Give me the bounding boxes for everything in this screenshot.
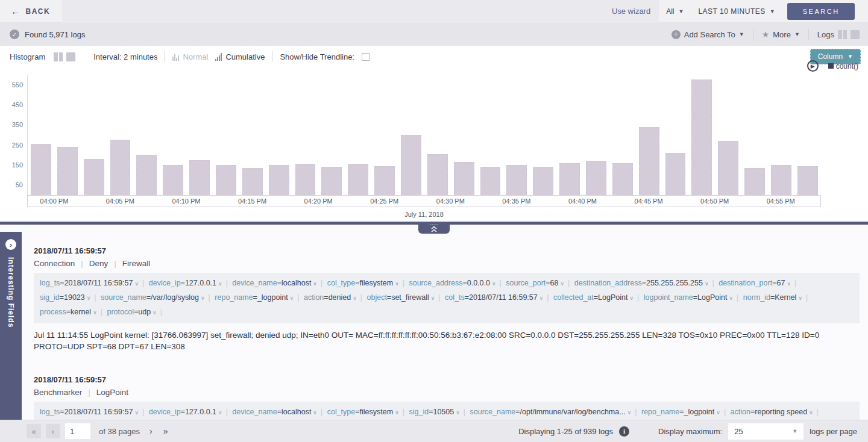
log-field-dropdown[interactable]: logpoint_name=LogPoint∨ [644,293,734,302]
more-dropdown[interactable]: ★ More ▼ [762,30,800,39]
histogram-bar[interactable] [771,165,791,195]
time-range-dropdown[interactable]: LAST 10 MINUTES ▼ [691,7,782,16]
log-tag[interactable]: LogPoint [96,388,128,397]
histogram-bar[interactable] [269,165,289,195]
back-button[interactable]: ← BACK [0,6,62,16]
histogram-bar[interactable] [427,154,448,195]
first-page-button[interactable]: « [27,424,41,438]
divider [165,51,165,62]
histogram-bar[interactable] [506,165,527,195]
search-button[interactable]: SEARCH [787,3,855,20]
search-query-input[interactable]: Use wizard [62,0,659,23]
trendline-checkbox[interactable] [362,53,370,61]
log-field-dropdown[interactable]: source_address=0.0.0.0∨ [409,279,497,287]
histogram-bar[interactable] [110,140,131,195]
log-field-dropdown[interactable]: repo_name=_logpoint∨ [215,293,295,302]
log-field-dropdown[interactable]: collected_at=LogPoint∨ [553,293,635,302]
log-raw-message[interactable]: Jul 11 11:14:55 LogPoint kernel: [31766.… [34,329,860,352]
chevron-down-icon: ∨ [785,281,792,287]
histogram-bar[interactable] [691,79,712,195]
log-field-dropdown[interactable]: device_ip=127.0.0.1∨ [149,408,224,416]
histogram-bar[interactable] [401,135,421,195]
log-tag[interactable]: Connection [34,259,75,268]
histogram-bar[interactable] [136,155,157,195]
interesting-fields-sidebar[interactable]: › Interesting Fields [0,232,22,420]
histogram-bar[interactable] [454,162,474,195]
histogram-bar[interactable] [612,163,633,195]
field-separator: | [804,293,810,302]
histogram-bar[interactable] [348,164,368,195]
search-scope-dropdown[interactable]: All ▼ [659,7,691,16]
histogram-bar[interactable] [586,161,606,195]
histogram-bar[interactable] [665,153,686,195]
histogram-bar[interactable] [57,147,78,195]
previous-page-button[interactable]: ‹ [46,424,60,438]
histogram-bar[interactable] [480,167,501,195]
log-field-dropdown[interactable]: source_port=68∨ [506,279,565,287]
legend-item-count[interactable]: count() [828,62,858,70]
histogram-bar[interactable] [744,168,765,195]
chart-legend: ▶ count() [807,60,858,72]
histogram-bar[interactable] [84,159,104,195]
field-separator: | [206,293,213,302]
histogram-bar[interactable] [242,168,263,195]
log-field-dropdown[interactable]: action=reporting speed∨ [731,408,814,416]
collapse-histogram-button[interactable]: •••• [418,225,450,234]
histogram-full-view-icon[interactable] [66,52,75,61]
log-field-dropdown[interactable]: destination_address=255.255.255.255∨ [574,279,710,287]
next-page-button[interactable]: › [149,426,153,436]
histogram-bar[interactable] [31,144,51,195]
log-field-dropdown[interactable]: source_name=/var/log/syslog∨ [101,293,206,302]
histogram-bar[interactable] [163,165,183,195]
display-maximum-dropdown[interactable]: 25 ▼ [728,423,804,440]
expand-sidebar-icon[interactable]: › [5,239,16,250]
log-field-dropdown[interactable]: sig_id=10505∨ [409,408,461,416]
log-field-dropdown[interactable]: sig_id=19023∨ [40,293,92,302]
log-field-dropdown[interactable]: protocol=udp∨ [107,308,157,316]
x-axis-tick: 04:35 PM [502,198,530,205]
normal-mode-button[interactable]: Normal [172,52,208,61]
histogram-bar[interactable] [559,163,580,195]
last-page-button[interactable]: » [163,426,168,436]
log-field-dropdown[interactable]: object=set_firewall∨ [367,293,436,302]
histogram-bar[interactable] [189,160,210,195]
histogram-bar[interactable] [797,166,818,195]
histogram-bar[interactable] [374,166,395,195]
cumulative-mode-button[interactable]: Cumulative [215,52,265,61]
histogram-bar[interactable] [295,164,316,195]
histogram-bar[interactable] [639,127,659,195]
add-search-to-dropdown[interactable]: + Add Search To ▼ [671,30,744,39]
chevron-down-icon: ∨ [151,310,158,316]
page-number-input[interactable] [65,423,90,439]
log-field-dropdown[interactable]: source_name=/opt/immune/var/log/benchma.… [470,408,633,416]
log-field-dropdown[interactable]: col_type=filesystem∨ [327,408,400,416]
x-axis[interactable]: 04:00 PM04:05 PM04:10 PM04:15 PM04:20 PM… [27,195,821,207]
histogram-bar[interactable] [718,141,738,195]
log-tag[interactable]: Benchmarker [34,388,82,397]
log-field-dropdown[interactable]: destination_port=67∨ [719,279,792,287]
histogram-split-view-icon[interactable] [54,52,63,61]
log-field-dropdown[interactable]: action=denied∨ [304,293,358,302]
log-field-dropdown[interactable]: log_ts=2018/07/11 16:59:57∨ [40,408,140,416]
log-field-dropdown[interactable]: repo_name=_logpoint∨ [641,408,722,416]
histogram-bar[interactable] [321,167,342,195]
histogram-bar[interactable] [216,165,236,195]
histogram-bar[interactable] [533,167,553,195]
use-wizard-link[interactable]: Use wizard [612,7,659,16]
log-field-dropdown[interactable]: col_ts=2018/07/11 16:59:57∨ [445,293,544,302]
full-view-icon[interactable] [851,30,860,39]
info-icon[interactable]: i [619,426,629,437]
log-field-dropdown[interactable]: norm_id=Kernel∨ [743,293,804,302]
log-field-dropdown[interactable]: device_name=localhost∨ [232,279,318,287]
y-axis-tick: 250 [5,142,23,149]
logs-label: Logs [817,30,834,39]
split-view-icon[interactable] [838,30,847,39]
play-icon[interactable]: ▶ [807,60,819,72]
log-tag[interactable]: Firewall [122,259,151,268]
log-field-dropdown[interactable]: process=kernel∨ [40,308,98,316]
log-tag[interactable]: Deny [89,259,108,268]
log-field-dropdown[interactable]: log_ts=2018/07/11 16:59:57∨ [40,279,140,287]
log-field-dropdown[interactable]: col_type=filesystem∨ [327,279,400,287]
log-field-dropdown[interactable]: device_ip=127.0.0.1∨ [149,279,224,287]
log-field-dropdown[interactable]: device_name=localhost∨ [232,408,318,416]
